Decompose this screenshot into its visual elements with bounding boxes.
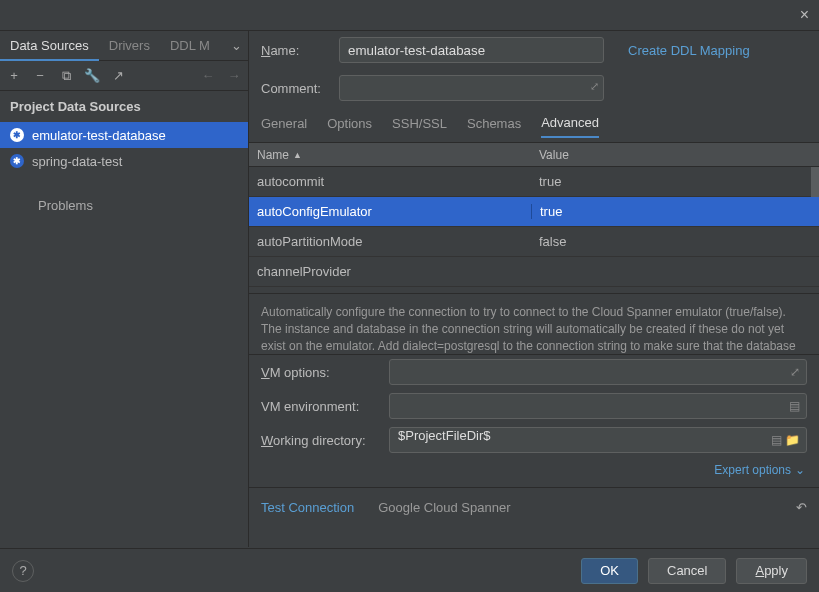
- datasource-label: emulator-test-database: [32, 128, 166, 143]
- name-input[interactable]: [339, 37, 604, 63]
- sidebar: Data Sources Drivers DDL M ⌄ + − ⧉ 🔧 ↗ ←…: [0, 31, 248, 547]
- subtab-schemas[interactable]: Schemas: [467, 116, 521, 137]
- prop-name: channelProvider: [249, 264, 531, 279]
- folder-icon[interactable]: 📁: [785, 433, 800, 447]
- subtab-general[interactable]: General: [261, 116, 307, 137]
- datasource-item-spring[interactable]: ✱ spring-data-test: [0, 148, 248, 174]
- grid-header-value[interactable]: Value: [531, 148, 819, 162]
- property-description: Automatically configure the connection t…: [249, 293, 819, 355]
- add-icon[interactable]: +: [6, 68, 22, 84]
- vm-env-label: VM environment:: [261, 399, 379, 414]
- help-button[interactable]: ?: [12, 560, 34, 582]
- close-icon[interactable]: ×: [800, 6, 809, 24]
- section-title: Project Data Sources: [0, 91, 248, 122]
- vm-options-input[interactable]: ⤢: [389, 359, 807, 385]
- name-label: Name:: [261, 43, 331, 58]
- datasource-icon: ✱: [10, 128, 24, 142]
- comment-label: Comment:: [261, 81, 331, 96]
- prop-name: autoConfigEmulator: [249, 204, 531, 219]
- ok-button[interactable]: OK: [581, 558, 638, 584]
- properties-grid: autocommit true autoConfigEmulator true …: [249, 167, 819, 287]
- list-icon[interactable]: ▤: [789, 399, 800, 413]
- grid-header: Name▲ Value: [249, 143, 819, 167]
- subtab-options[interactable]: Options: [327, 116, 372, 137]
- vm-options-label: VM options:: [261, 365, 379, 380]
- sort-asc-icon: ▲: [293, 150, 302, 160]
- create-ddl-mapping-link[interactable]: Create DDL Mapping: [628, 43, 750, 58]
- sidebar-problems[interactable]: Problems: [0, 192, 248, 219]
- vm-env-input[interactable]: ▤: [389, 393, 807, 419]
- chevron-down-icon[interactable]: ⌄: [225, 38, 248, 53]
- main-panel: Name: Create DDL Mapping Comment: ⤢ Gene…: [248, 31, 819, 547]
- tab-data-sources[interactable]: Data Sources: [0, 31, 99, 61]
- prop-name: autocommit: [249, 174, 531, 189]
- datasource-label: spring-data-test: [32, 154, 122, 169]
- tab-drivers[interactable]: Drivers: [99, 31, 160, 61]
- apply-button[interactable]: Apply: [736, 558, 807, 584]
- datasource-icon: ✱: [10, 154, 24, 168]
- workdir-input[interactable]: $ProjectFileDir$ ▤ 📁: [389, 427, 807, 453]
- expand-icon[interactable]: ⤢: [790, 365, 800, 379]
- subtab-sshssl[interactable]: SSH/SSL: [392, 116, 447, 137]
- subtab-advanced[interactable]: Advanced: [541, 115, 599, 138]
- prop-name: autoPartitionMode: [249, 234, 531, 249]
- copy-icon[interactable]: ⧉: [58, 68, 74, 84]
- table-row[interactable]: autoPartitionMode false: [249, 227, 819, 257]
- prop-value[interactable]: true: [531, 204, 819, 219]
- workdir-value: $ProjectFileDir$: [398, 428, 490, 443]
- table-row[interactable]: autocommit true: [249, 167, 819, 197]
- list-icon[interactable]: ▤: [771, 433, 782, 447]
- remove-icon[interactable]: −: [32, 68, 48, 84]
- datasource-item-emulator[interactable]: ✱ emulator-test-database: [0, 122, 248, 148]
- workdir-label: Working directory:: [261, 433, 379, 448]
- tab-ddl-mappings[interactable]: DDL M: [160, 31, 220, 61]
- prop-value[interactable]: false: [531, 234, 819, 249]
- external-link-icon[interactable]: ↗: [110, 68, 126, 84]
- expand-icon[interactable]: ⤢: [590, 80, 599, 93]
- expert-options-link[interactable]: Expert options⌄: [714, 463, 805, 477]
- forward-icon: →: [226, 68, 242, 84]
- wrench-icon[interactable]: 🔧: [84, 68, 100, 84]
- comment-input[interactable]: ⤢: [339, 75, 604, 101]
- table-row[interactable]: autoConfigEmulator true: [249, 197, 819, 227]
- grid-header-name[interactable]: Name▲: [249, 148, 531, 162]
- driver-name-label: Google Cloud Spanner: [378, 500, 510, 515]
- table-row[interactable]: channelProvider: [249, 257, 819, 287]
- chevron-down-icon: ⌄: [795, 463, 805, 477]
- test-connection-link[interactable]: Test Connection: [261, 500, 354, 515]
- cancel-button[interactable]: Cancel: [648, 558, 726, 584]
- prop-value[interactable]: true: [531, 174, 819, 189]
- revert-icon[interactable]: ↶: [796, 500, 807, 515]
- scrollbar-thumb[interactable]: [811, 167, 819, 197]
- back-icon: ←: [200, 68, 216, 84]
